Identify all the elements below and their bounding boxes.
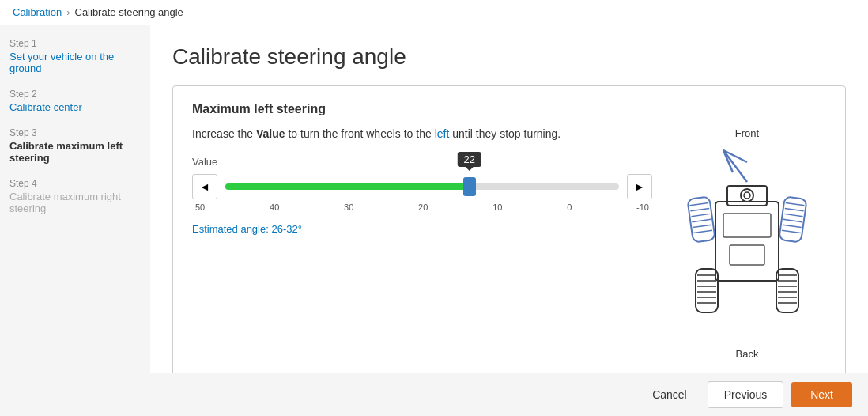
- step-1-title[interactable]: Set your vehicle on the ground: [9, 51, 141, 74]
- svg-line-7: [692, 219, 711, 221]
- svg-line-14: [783, 219, 802, 221]
- slider-decrease-button[interactable]: ◄: [192, 174, 217, 199]
- slider-container[interactable]: 22: [225, 174, 619, 199]
- sidebar-step-4: Step 4 Calibrate maximum right steering: [9, 178, 141, 214]
- main-card: Maximum left steering Increase the Value…: [172, 85, 846, 373]
- robot-back-label: Back: [736, 348, 759, 360]
- svg-line-9: [693, 230, 712, 233]
- breadcrumb-current: Calibrate steering angle: [75, 6, 183, 18]
- svg-line-8: [693, 225, 711, 227]
- page-title: Calibrate steering angle: [172, 44, 846, 70]
- svg-rect-22: [730, 245, 764, 265]
- slider-tooltip: 22: [458, 152, 481, 167]
- breadcrumb: Calibration › Calibrate steering angle: [0, 0, 868, 25]
- step-3-num: Step 3: [9, 127, 141, 138]
- right-arrow-icon: ►: [634, 180, 645, 193]
- robot-illustration: Front: [668, 127, 826, 360]
- step-1-num: Step 1: [9, 38, 141, 49]
- tick-40: 40: [270, 202, 279, 212]
- svg-line-5: [690, 208, 709, 210]
- step-4-title: Calibrate maximum right steering: [9, 191, 141, 214]
- svg-rect-21: [723, 214, 771, 237]
- instruction-highlight: left: [435, 127, 450, 140]
- slider-thumb[interactable]: [463, 177, 476, 196]
- step-2-num: Step 2: [9, 89, 141, 100]
- svg-line-15: [783, 225, 802, 227]
- content-area: Calibrate steering angle Maximum left st…: [150, 25, 868, 373]
- svg-point-20: [744, 192, 750, 199]
- main-layout: Step 1 Set your vehicle on the ground St…: [0, 25, 868, 373]
- previous-button[interactable]: Previous: [708, 381, 783, 408]
- sidebar-step-2: Step 2 Calibrate center: [9, 89, 141, 113]
- robot-svg: [676, 142, 818, 348]
- left-arrow-icon: ◄: [199, 180, 210, 193]
- slider-fill: [225, 183, 470, 190]
- svg-point-19: [741, 189, 753, 202]
- svg-line-12: [785, 208, 804, 210]
- sidebar-step-3: Step 3 Calibrate maximum left steering: [9, 127, 141, 164]
- svg-line-4: [689, 203, 708, 206]
- slider-increase-button[interactable]: ►: [627, 174, 652, 199]
- svg-line-16: [782, 230, 801, 233]
- tick-50: 50: [195, 202, 205, 212]
- sidebar-step-1: Step 1 Set your vehicle on the ground: [9, 38, 141, 74]
- svg-line-13: [784, 214, 803, 216]
- slider-row: ◄ 22 ►: [192, 174, 652, 199]
- value-label: Value: [192, 156, 652, 168]
- footer: Cancel Previous Next: [0, 373, 868, 416]
- card-content: Increase the Value to turn the front whe…: [192, 127, 826, 360]
- tick-20: 20: [418, 202, 428, 212]
- tick-30: 30: [344, 202, 353, 212]
- robot-front-label: Front: [735, 127, 759, 139]
- breadcrumb-home[interactable]: Calibration: [13, 6, 62, 18]
- next-button[interactable]: Next: [791, 382, 852, 407]
- svg-line-6: [691, 214, 710, 216]
- tick-10: 10: [492, 202, 502, 212]
- step-3-title[interactable]: Calibrate maximum left steering: [9, 140, 141, 164]
- card-left: Increase the Value to turn the front whe…: [192, 127, 652, 360]
- sidebar: Step 1 Set your vehicle on the ground St…: [0, 25, 150, 373]
- tick-0: 0: [567, 202, 572, 212]
- instruction-bold: Value: [256, 127, 285, 140]
- estimated-angle: Estimated angle: 26-32°: [192, 223, 652, 235]
- breadcrumb-separator: ›: [66, 6, 70, 18]
- instruction-text: Increase the Value to turn the front whe…: [192, 127, 652, 140]
- svg-line-0: [723, 150, 747, 182]
- step-2-title[interactable]: Calibrate center: [9, 101, 141, 113]
- slider-ticks: 50 40 30 20 10 0 -10: [192, 202, 652, 212]
- cancel-button[interactable]: Cancel: [640, 382, 700, 407]
- svg-line-11: [786, 203, 805, 206]
- tick-neg10: -10: [636, 202, 649, 212]
- card-title: Maximum left steering: [192, 102, 826, 116]
- slider-track: [225, 183, 619, 190]
- step-4-num: Step 4: [9, 178, 141, 189]
